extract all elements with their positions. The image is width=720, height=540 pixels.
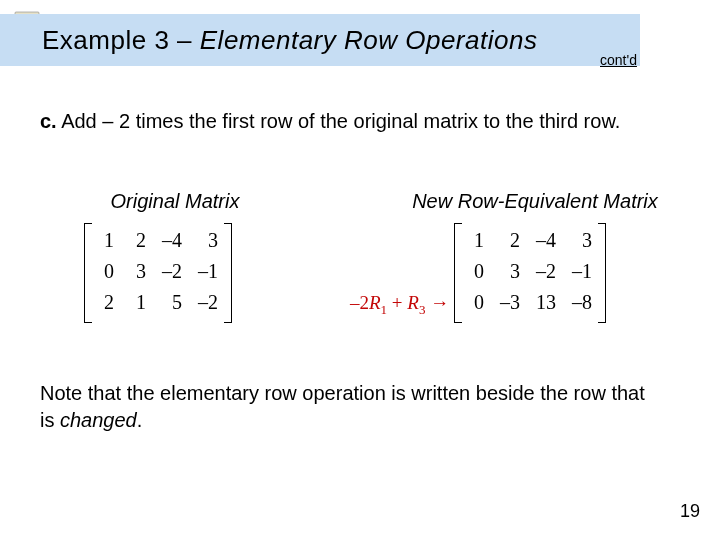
new-matrix: 1 2 –4 3 0 3 –2 –1 0 –3 13 –8 (460, 225, 600, 318)
matrix-row: 0 3 –2 –1 (90, 256, 226, 287)
matrices-area: 1 2 –4 3 0 3 –2 –1 2 1 5 –2 1 (0, 225, 720, 345)
title-text: Elementary Row Operations (200, 25, 538, 55)
part-label: c. (40, 110, 57, 132)
matrix-row: 2 1 5 –2 (90, 287, 226, 318)
part-c-text: c. Add – 2 times the first row of the or… (40, 108, 660, 135)
new-matrix-header: New Row-Equivalent Matrix (350, 190, 720, 213)
page-number: 19 (680, 501, 700, 522)
row-operation-label: –2R1 + R3 → (350, 292, 449, 318)
note-text: Note that the elementary row operation i… (40, 380, 660, 434)
matrix-row: 0 –3 13 –8 (460, 287, 600, 318)
matrix-row: 0 3 –2 –1 (460, 256, 600, 287)
original-matrix-header: Original Matrix (0, 190, 350, 213)
contd-label: cont'd (600, 52, 637, 68)
slide-title: Example 3 – Elementary Row Operations (42, 25, 537, 56)
matrix-row: 1 2 –4 3 (460, 225, 600, 256)
original-matrix: 1 2 –4 3 0 3 –2 –1 2 1 5 –2 (90, 225, 226, 318)
matrix-row: 1 2 –4 3 (90, 225, 226, 256)
matrix-headers: Original Matrix New Row-Equivalent Matri… (0, 190, 720, 213)
title-bar: Example 3 – Elementary Row Operations (0, 14, 640, 66)
example-label: Example 3 (42, 25, 169, 55)
